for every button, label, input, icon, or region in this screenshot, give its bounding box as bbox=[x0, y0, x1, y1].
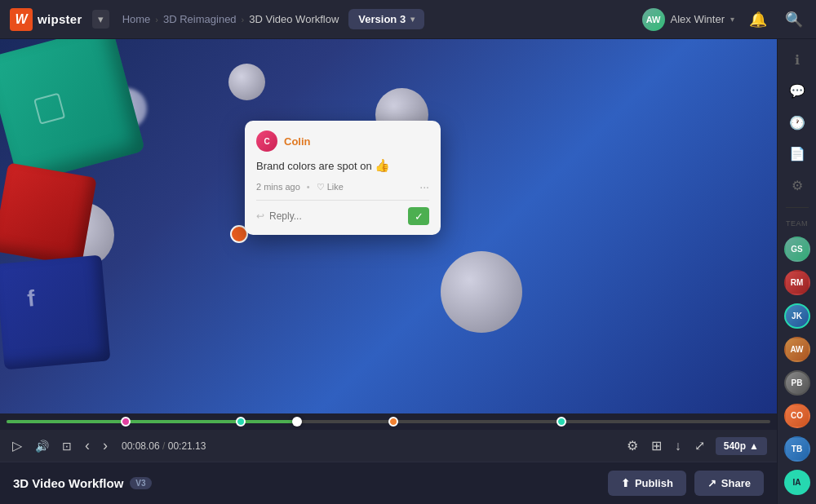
share-button[interactable]: ↗ Share bbox=[694, 471, 764, 496]
more-options-button[interactable]: ··· bbox=[419, 180, 429, 193]
breadcrumb-sep-2: › bbox=[242, 15, 245, 24]
share-icon: ↗ bbox=[707, 477, 716, 489]
logo-area: W wipster bbox=[10, 8, 82, 31]
comment-author-avatar: C bbox=[256, 130, 277, 152]
reply-submit-button[interactable]: ✓ bbox=[408, 207, 429, 225]
team-label: TEAM bbox=[786, 219, 808, 228]
comment-time: 2 mins ago bbox=[256, 182, 300, 192]
breadcrumb-sep-1: › bbox=[155, 15, 158, 24]
svg-rect-0 bbox=[34, 94, 64, 124]
image-button[interactable]: ⊞ bbox=[649, 435, 664, 456]
main-layout: f C Colin Brand colors are spot on 👍 bbox=[0, 39, 816, 504]
total-time: 00:21.13 bbox=[168, 440, 206, 452]
controls-bar: ▷ 🔊 ⊡ ‹ › 00:08.06 / 00:21.13 ⚙ ⊞ ↓ ⤢ 54… bbox=[0, 430, 777, 462]
comment-dot: • bbox=[307, 182, 310, 192]
breadcrumb-home[interactable]: Home bbox=[122, 13, 151, 25]
team-member-1[interactable]: GS bbox=[784, 237, 810, 262]
sphere-tiny-top bbox=[228, 64, 265, 100]
video-area: f C Colin Brand colors are spot on 👍 bbox=[0, 39, 777, 504]
timeline-marker-orange[interactable] bbox=[388, 417, 398, 427]
timeline-marker-teal-1[interactable] bbox=[236, 417, 246, 427]
comment-author-name: Colin bbox=[284, 135, 311, 148]
video-player[interactable]: f C Colin Brand colors are spot on 👍 bbox=[0, 39, 777, 413]
reply-area: ↩ ✓ bbox=[256, 200, 429, 225]
share-label: Share bbox=[721, 477, 751, 489]
team-member-5[interactable]: PB bbox=[784, 370, 810, 396]
like-button[interactable]: ♡ Like bbox=[317, 182, 344, 192]
comment-text: Brand colors are spot on 👍 bbox=[256, 157, 429, 174]
document-button[interactable]: 📄 bbox=[783, 139, 812, 167]
project-title: 3D Video Workflow bbox=[13, 476, 123, 490]
settings-icon: ⚙ bbox=[792, 178, 803, 193]
publish-label: Publish bbox=[635, 477, 673, 489]
team-member-4[interactable]: AW bbox=[784, 337, 810, 362]
team-member-7[interactable]: TB bbox=[784, 436, 810, 462]
progress-track[interactable] bbox=[7, 420, 770, 423]
top-navigation: W wipster ▾ Home › 3D Reimagined › 3D Vi… bbox=[0, 0, 816, 39]
quality-caret-icon: ▲ bbox=[749, 440, 759, 452]
info-icon: ℹ bbox=[795, 52, 800, 68]
play-button[interactable]: ▷ bbox=[10, 435, 24, 456]
progress-bar-container[interactable] bbox=[0, 413, 777, 430]
time-separator: / bbox=[162, 440, 168, 452]
time-display: 00:08.06 / 00:21.13 bbox=[122, 440, 206, 452]
notifications-button[interactable]: 🔔 bbox=[746, 7, 770, 32]
comments-icon: 💬 bbox=[789, 83, 805, 99]
version-label: Version 3 bbox=[358, 13, 406, 25]
volume-button[interactable]: 🔊 bbox=[33, 437, 51, 455]
user-menu-button[interactable]: AW Alex Winter ▾ bbox=[642, 8, 734, 31]
timeline-marker-teal-2[interactable] bbox=[557, 417, 566, 427]
quality-label: 540p bbox=[724, 440, 746, 452]
prev-frame-button[interactable]: ‹ bbox=[82, 435, 92, 457]
cube-red bbox=[0, 162, 97, 266]
video-background: f C Colin Brand colors are spot on 👍 bbox=[0, 39, 777, 413]
breadcrumb-page[interactable]: 3D Video Workflow bbox=[249, 13, 339, 25]
comment-emoji: 👍 bbox=[375, 158, 390, 172]
publish-icon: ⬆ bbox=[621, 477, 630, 489]
captions-button[interactable]: ⊡ bbox=[60, 437, 74, 455]
version-caret-icon: ▾ bbox=[410, 15, 415, 24]
team-member-6[interactable]: CO bbox=[784, 404, 810, 429]
progress-thumb[interactable] bbox=[292, 417, 302, 427]
comment-meta: 2 mins ago • ♡ Like ··· bbox=[256, 180, 429, 193]
document-icon: 📄 bbox=[789, 146, 805, 161]
settings-button[interactable]: ⚙ bbox=[624, 435, 641, 456]
sidebar-divider bbox=[786, 207, 809, 208]
fullscreen-button[interactable]: ⤢ bbox=[692, 435, 707, 456]
team-member-2[interactable]: RM bbox=[784, 270, 810, 295]
next-frame-button[interactable]: › bbox=[100, 435, 110, 457]
settings-sidebar-button[interactable]: ⚙ bbox=[783, 171, 812, 199]
info-button[interactable]: ℹ bbox=[783, 46, 812, 73]
sphere-bottom-right bbox=[441, 251, 522, 333]
reply-icon: ↩ bbox=[256, 210, 264, 222]
team-member-3[interactable]: JK bbox=[784, 303, 810, 329]
reply-input[interactable] bbox=[269, 210, 403, 222]
wipster-logo-text: wipster bbox=[38, 12, 82, 26]
search-button[interactable]: 🔍 bbox=[782, 7, 806, 32]
current-time: 00:08.06 bbox=[122, 440, 160, 452]
breadcrumb: Home › 3D Reimagined › 3D Video Workflow bbox=[122, 13, 339, 25]
progress-fill bbox=[7, 420, 297, 423]
quality-select-button[interactable]: 540p ▲ bbox=[716, 437, 767, 455]
user-name: Alex Winter bbox=[671, 13, 725, 25]
download-button[interactable]: ↓ bbox=[672, 436, 684, 456]
history-button[interactable]: 🕐 bbox=[783, 108, 812, 136]
user-caret-icon: ▾ bbox=[730, 15, 734, 24]
comments-button[interactable]: 💬 bbox=[783, 77, 812, 104]
cube-teal bbox=[0, 39, 145, 184]
user-avatar: AW bbox=[642, 8, 665, 31]
timeline-marker-pink[interactable] bbox=[121, 417, 131, 427]
bottom-bar: 3D Video Workflow V3 ⬆ Publish ↗ Share bbox=[0, 462, 777, 504]
bottom-actions: ⬆ Publish ↗ Share bbox=[608, 471, 764, 496]
team-member-8[interactable]: IA bbox=[784, 470, 810, 495]
nav-dropdown-button[interactable]: ▾ bbox=[92, 10, 109, 29]
version-select-button[interactable]: Version 3 ▾ bbox=[348, 9, 424, 29]
heart-icon: ♡ bbox=[317, 182, 325, 192]
breadcrumb-project[interactable]: 3D Reimagined bbox=[163, 13, 237, 25]
cube-blue: f bbox=[0, 255, 110, 370]
version-badge: V3 bbox=[130, 477, 151, 489]
comment-popup: C Colin Brand colors are spot on 👍 2 min… bbox=[245, 121, 441, 235]
publish-button[interactable]: ⬆ Publish bbox=[608, 471, 686, 496]
video-controls: ▷ 🔊 ⊡ ‹ › 00:08.06 / 00:21.13 ⚙ ⊞ ↓ ⤢ 54… bbox=[0, 413, 777, 462]
like-label: Like bbox=[327, 182, 344, 192]
